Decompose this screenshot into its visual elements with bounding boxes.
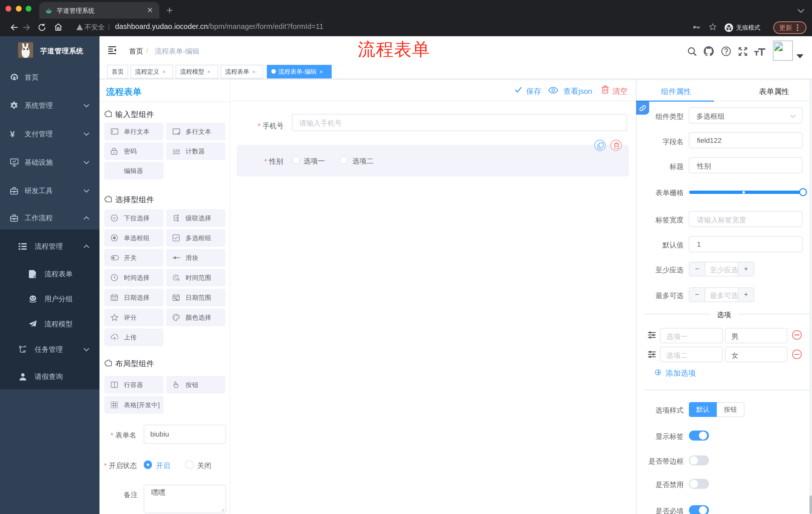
svg-text:123: 123 bbox=[173, 148, 180, 154]
